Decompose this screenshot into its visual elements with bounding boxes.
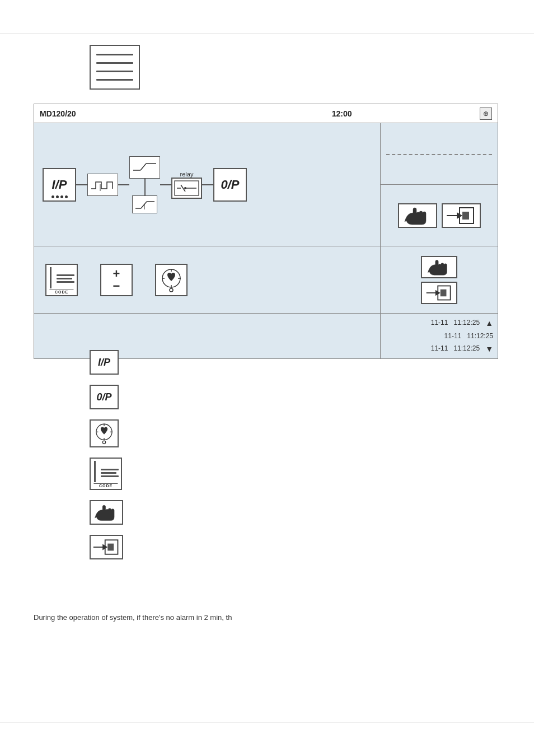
right-panels xyxy=(380,123,498,246)
arrow-into-box xyxy=(442,203,481,228)
mid-connector xyxy=(118,184,129,185)
relay-section: relay xyxy=(160,171,213,199)
lower-arrow-svg xyxy=(424,283,455,302)
log-time-3: 11:12:25 xyxy=(453,344,480,353)
code-text: CODE xyxy=(49,290,73,294)
waveform-col xyxy=(129,156,160,213)
lower-right xyxy=(380,246,498,313)
ip-dots xyxy=(51,195,68,198)
relay-block: relay xyxy=(171,171,202,199)
code-block: CODE xyxy=(45,264,78,296)
standalone-op-label: 0/P xyxy=(96,391,111,403)
standalone-icons: I/P 0/P CODE xyxy=(90,350,123,559)
connector-3 xyxy=(160,184,171,185)
heart-block xyxy=(155,264,188,296)
lower-hand-svg xyxy=(424,258,455,277)
minus-sign: − xyxy=(113,280,120,292)
standalone-heart-svg xyxy=(92,421,116,446)
relay-label: relay xyxy=(180,171,194,178)
standalone-arrow-box xyxy=(90,535,123,559)
main-panel: MD120/20 12:00 ⊕ I/P xyxy=(34,104,498,359)
doc-line-4 xyxy=(96,79,133,81)
svg-line-2 xyxy=(140,164,146,170)
op-label: 0/P xyxy=(221,178,239,192)
nav-up-arrow[interactable]: ▲ xyxy=(485,319,493,328)
connector-1 xyxy=(76,184,87,185)
doc-line-2 xyxy=(96,62,133,64)
flow-container: I/P xyxy=(43,156,372,213)
heart-svg xyxy=(157,266,185,294)
waveform-box-2 xyxy=(129,156,160,179)
arrow-box-svg xyxy=(446,205,476,226)
hand-svg xyxy=(402,205,433,226)
signal-flow: I/P xyxy=(34,123,380,246)
svg-rect-26 xyxy=(441,289,447,296)
log-id-1: 11-11 xyxy=(431,319,448,328)
lower-arrow-box xyxy=(421,282,457,304)
plus-minus-block: + − xyxy=(100,264,133,296)
dashed-line xyxy=(386,154,492,155)
svg-line-5 xyxy=(141,202,147,208)
waveform-box-1 xyxy=(87,174,118,196)
document-icon xyxy=(90,45,140,90)
standalone-code-block: CODE xyxy=(90,458,122,490)
waveform-svg-2 xyxy=(132,159,157,176)
standalone-heart-box xyxy=(90,419,119,447)
standalone-code-text: CODE xyxy=(93,483,118,488)
hand-icon-box xyxy=(398,203,437,228)
log-left xyxy=(34,314,380,358)
description-text: During the operation of system, if there… xyxy=(34,613,232,622)
panel-upper: I/P xyxy=(34,123,498,246)
panel-icon-btn[interactable]: ⊕ xyxy=(480,108,492,120)
waveform-svg-1 xyxy=(90,176,115,193)
svg-point-22 xyxy=(170,288,173,292)
svg-point-32 xyxy=(102,441,105,444)
log-id-3: 11-11 xyxy=(431,344,448,353)
code-line-2 xyxy=(57,278,72,279)
lower-left: CODE + − xyxy=(34,246,380,313)
standalone-ip-label: I/P xyxy=(98,357,110,368)
s-code-line-1 xyxy=(101,469,119,470)
code-line-1 xyxy=(57,274,74,276)
op-block: 0/P xyxy=(213,168,247,202)
svg-rect-16 xyxy=(462,212,469,220)
log-id-2: 11-11 xyxy=(444,332,462,340)
v-connector-1 xyxy=(144,179,146,195)
lower-hand-box xyxy=(421,256,457,278)
waveform-svg-3 xyxy=(134,198,156,211)
log-row-1: 11-11 11:12:25 ▲ xyxy=(385,319,493,328)
svg-rect-36 xyxy=(107,544,114,551)
plus-sign: + xyxy=(113,268,120,280)
panel-header: MD120/20 12:00 ⊕ xyxy=(34,104,498,123)
standalone-hand-box xyxy=(90,500,123,525)
nav-down-arrow[interactable]: ▼ xyxy=(485,344,493,353)
log-time-1: 11:12:25 xyxy=(453,319,480,328)
ip-label: I/P xyxy=(52,178,67,192)
panel-title: MD120/20 xyxy=(40,109,76,118)
log-time-2: 11:12:25 xyxy=(467,332,493,340)
waveform-box-3 xyxy=(132,195,157,213)
standalone-code-vertical xyxy=(94,461,96,482)
log-right: 11-11 11:12:25 ▲ 11-11 11:12:25 11-11 11… xyxy=(380,314,498,358)
right-bottom-panel xyxy=(381,185,498,246)
doc-line-3 xyxy=(96,71,133,72)
relay-connector: relay xyxy=(160,171,213,199)
code-vertical-bar xyxy=(50,267,51,288)
standalone-op-box: 0/P xyxy=(90,385,119,409)
code-line-3 xyxy=(57,281,74,283)
panel-time: 12:00 xyxy=(332,109,352,118)
s-code-line-2 xyxy=(101,472,116,474)
log-row-3: 11-11 11:12:25 ▼ xyxy=(385,344,493,353)
right-top-panel xyxy=(381,123,498,185)
s-code-line-3 xyxy=(101,475,119,477)
standalone-hand-svg xyxy=(92,502,120,522)
panel-lower: CODE + − xyxy=(34,246,498,314)
standalone-ip-box: I/P xyxy=(90,350,119,375)
log-row-2: 11-11 11:12:25 xyxy=(385,332,493,340)
connector-2 xyxy=(118,184,129,185)
standalone-arrow-svg xyxy=(92,537,120,557)
panel-body: I/P xyxy=(34,123,498,358)
top-rule xyxy=(0,34,534,34)
bottom-rule xyxy=(0,722,534,722)
doc-line-1 xyxy=(96,54,133,55)
